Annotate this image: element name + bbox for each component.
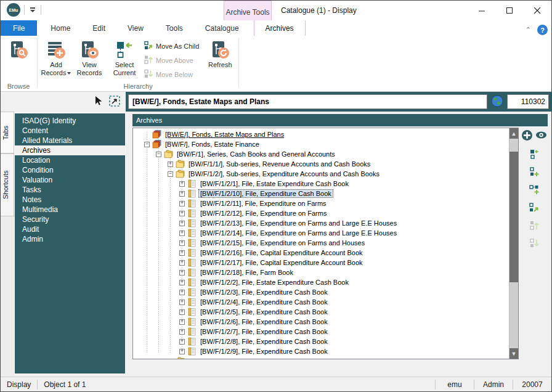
sidebar-item-audit[interactable]: Audit (15, 224, 125, 234)
tree-row[interactable]: −[BW/F/1], Series, Cash Books and Genera… (133, 149, 509, 159)
ribbon-tab-view[interactable]: View (116, 20, 155, 36)
expand-toggle-icon[interactable]: + (179, 329, 185, 335)
tree-node-label[interactable]: [BW/F/1/2/10], File, Expenditure Cash Bo… (199, 190, 333, 197)
sidebar-item-notes[interactable]: Notes (15, 195, 125, 205)
expand-toggle-icon[interactable]: + (179, 201, 185, 206)
move-below-button[interactable]: Move Below (141, 68, 201, 81)
tree-row[interactable]: +[BW/F/1/2/4], File, Expenditure Cash Bo… (133, 297, 509, 307)
tree-row[interactable]: −[BW/F/1/2/], Sub-series, Expenditure Ac… (133, 169, 509, 179)
vertical-tab-shortcuts[interactable]: Shortcuts (1, 153, 14, 216)
tree-row[interactable]: +[BW/F/1/2/6], File, Expenditure Cash Bo… (133, 317, 509, 327)
tree-node-label[interactable]: [BW/F/1/2/11], File, Expenditure on Farm… (199, 200, 328, 207)
scroll-down-icon[interactable]: ▼ (509, 348, 518, 359)
vertical-tab-tabs[interactable]: Tabs (1, 112, 14, 153)
sidebar-item-archives[interactable]: Archives (15, 145, 125, 155)
tree-node-label[interactable]: [BW/F/1/2/9], File, Expenditure Cash Boo… (199, 348, 329, 355)
tree-row[interactable]: +[BW/F/1/2/1], File, Estate Expenditure … (133, 179, 509, 189)
move-above-button[interactable]: Move Above (141, 54, 201, 67)
tree-row[interactable]: +[BW/F/1/2/16], File, Capital Expenditur… (133, 248, 509, 258)
tree-node-label[interactable]: [BW/F/1/2/12], File, Expenditure on Farm… (199, 210, 328, 217)
tree-node-label[interactable]: [BW/F/1/2/5], File, Expenditure Cash Boo… (199, 308, 329, 316)
refresh-button[interactable]: Refresh (203, 37, 237, 69)
tree-node-label[interactable]: [BW/E/], Fonds, Estate Maps and Plans (164, 131, 285, 138)
view-record-eye-icon[interactable] (535, 129, 548, 141)
tree-node-label[interactable]: [BW/F/1/2/7], File, Expenditure Cash Boo… (199, 328, 329, 335)
tree-node-label[interactable]: [BW/F/1/2/8], File, Expenditure Cash Boo… (199, 338, 329, 345)
sidebar-item-location[interactable]: Location (15, 155, 125, 165)
add-sibling-icon[interactable] (528, 166, 540, 178)
tree-row[interactable]: +[BW/F/1/2/8], File, Expenditure Cash Bo… (133, 337, 509, 346)
move-as-child-button[interactable]: Move As Child (141, 40, 201, 52)
tree-node-label[interactable]: [BW/F/1/2/13], File, Expenditure on Farm… (199, 219, 398, 227)
sidebar-item-multimedia[interactable]: Multimedia (15, 205, 125, 214)
tree-node-label[interactable]: [BW/F/1/2/17], File, Capital Expenditure… (199, 259, 364, 266)
customize-quick-access-icon[interactable] (28, 6, 37, 14)
tree-node-label[interactable]: [BW/F/1/1/], Sub-series, Revenue Account… (187, 160, 371, 168)
collapse-toggle-icon[interactable]: − (144, 142, 150, 147)
minimize-button[interactable] (468, 1, 496, 20)
tree-row[interactable]: +[BW/F/1/2/17], File, Capital Expenditur… (133, 258, 509, 267)
tree-row[interactable]: +[BW/F/1/2/15], File, Expenditure on Far… (133, 238, 509, 248)
tree-node-label[interactable]: [BW/F/1/2/15], File, Expenditure on Farm… (199, 239, 366, 247)
ribbon-tab-tools[interactable]: Tools (155, 20, 194, 36)
sidebar-item-isad-g-identity[interactable]: ISAD(G) Identity (15, 116, 125, 126)
close-button[interactable] (524, 1, 551, 20)
tree-node-label[interactable]: [BW/F/1/2/6], File, Expenditure Cash Boo… (199, 318, 329, 325)
select-current-icon[interactable] (528, 148, 540, 160)
ribbon-tab-archives[interactable]: Archives (254, 20, 306, 36)
ribbon-tab-catalogue[interactable]: Catalogue (194, 20, 250, 36)
tree-row[interactable]: +[BW/F/1/2/3], File, Expenditure Cash Bo… (133, 287, 509, 297)
sidebar-item-security[interactable]: Security (15, 214, 125, 224)
move-above-icon[interactable] (528, 219, 540, 232)
tree-row[interactable]: −[BW/F/], Fonds, Estate Finance (133, 139, 509, 149)
scrollbar-thumb[interactable] (509, 152, 518, 282)
tree-node-label[interactable]: [BW/F/1/3/], Sub-series, Capital Cash Bo… (187, 357, 320, 359)
tree-row[interactable]: +[BW/F/1/2/18], File, Farm Book (133, 267, 509, 277)
tree-row[interactable]: [BW/E/], Fonds, Estate Maps and Plans (133, 129, 509, 139)
scroll-up-icon[interactable]: ▲ (509, 128, 518, 139)
add-records-button[interactable]: AddRecords (39, 37, 73, 77)
hierarchy-tree[interactable]: [BW/E/], Fonds, Estate Maps and Plans−[B… (132, 128, 519, 359)
tree-node-label[interactable]: [BW/F/1/2/], Sub-series, Expenditure Acc… (187, 170, 381, 178)
expand-toggle-icon[interactable]: + (179, 250, 185, 256)
tree-node-label[interactable]: [BW/F/1/2/1], File, Estate Expenditure C… (199, 180, 350, 187)
expand-toggle-icon[interactable]: + (179, 349, 185, 354)
select-region-icon[interactable] (108, 95, 121, 109)
sidebar-item-condition[interactable]: Condition (15, 165, 125, 175)
ribbon-tab-home[interactable]: Home (39, 20, 81, 36)
expand-toggle-icon[interactable]: + (179, 260, 185, 266)
pointer-mode-icon[interactable] (94, 96, 104, 108)
tree-node-label[interactable]: [BW/F/1], Series, Cash Books and General… (176, 150, 336, 158)
tree-node-label[interactable]: [BW/F/1/2/3], File, Expenditure Cash Boo… (199, 288, 329, 296)
collapse-toggle-icon[interactable]: − (168, 171, 173, 177)
tree-row[interactable]: +[BW/F/1/2/14], File, Expenditure on Far… (133, 228, 509, 238)
tree-scrollbar[interactable]: ▲ ▼ (509, 128, 518, 359)
select-current-button[interactable]: SelectCurrent (108, 37, 141, 77)
ribbon-tab-file[interactable]: File (1, 20, 37, 36)
ribbon-tab-edit[interactable]: Edit (81, 20, 116, 36)
expand-toggle-icon[interactable]: + (179, 191, 185, 197)
record-irn-field[interactable]: 110302 (507, 94, 549, 109)
tree-row[interactable]: +[BW/F/1/2/7], File, Expenditure Cash Bo… (133, 327, 509, 337)
tree-node-label[interactable]: [BW/F/1/2/2], File, Estate Expenditure C… (199, 279, 350, 286)
expand-toggle-icon[interactable]: + (179, 231, 185, 236)
expand-all-icon[interactable] (521, 129, 534, 141)
tree-row[interactable]: +[BW/F/1/2/10], File, Expenditure Cash B… (133, 189, 509, 198)
expand-toggle-icon[interactable]: + (168, 161, 173, 167)
record-summary-field[interactable]: [BW/E/], Fonds, Estate Maps and Plans (128, 94, 487, 109)
expand-toggle-icon[interactable]: + (179, 221, 185, 226)
expand-toggle-icon[interactable]: + (179, 280, 185, 285)
help-icon[interactable]: ? (537, 25, 548, 35)
move-below-icon[interactable] (528, 237, 540, 250)
sidebar-item-valuation[interactable]: Valuation (15, 175, 125, 185)
sidebar-item-admin[interactable]: Admin (15, 234, 125, 244)
tree-row[interactable]: +[BW/F/1/2/12], File, Expenditure on Far… (133, 208, 509, 218)
expand-toggle-icon[interactable]: + (179, 211, 185, 216)
expand-toggle-icon[interactable]: + (179, 309, 185, 315)
add-child-icon[interactable] (528, 184, 540, 196)
expand-toggle-icon[interactable]: + (179, 300, 185, 305)
tree-row[interactable]: +[BW/F/1/2/13], File, Expenditure on Far… (133, 218, 509, 228)
tree-row[interactable]: +[BW/F/1/2/9], File, Expenditure Cash Bo… (133, 346, 509, 356)
tree-node-label[interactable]: [BW/F/1/2/14], File, Expenditure on Farm… (199, 229, 398, 237)
sidebar-item-allied-materials[interactable]: Allied Materials (15, 136, 125, 145)
